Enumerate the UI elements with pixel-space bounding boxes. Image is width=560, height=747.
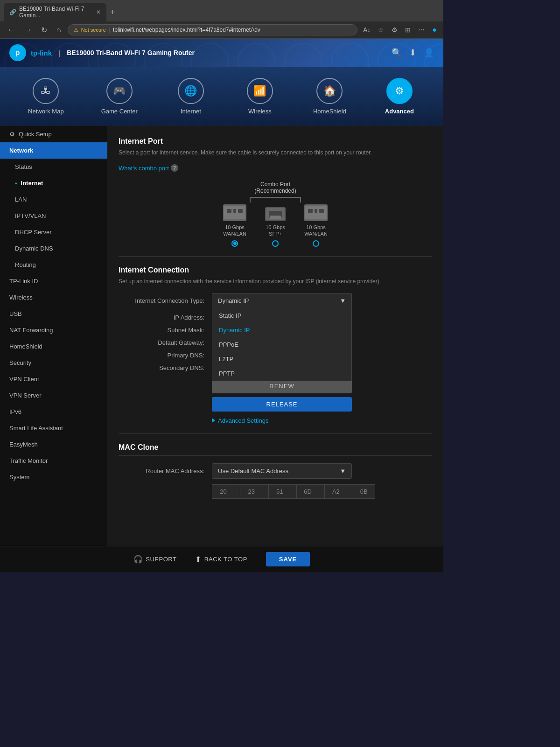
download-button[interactable]: ⬇ [409,48,416,58]
ip-address-label: IP Address: [119,314,212,321]
split-view-button[interactable]: ⊞ [403,25,413,35]
svg-rect-1 [227,209,231,213]
sidebar-item-lan[interactable]: LAN [0,191,107,208]
sidebar-label-usb: USB [9,310,22,317]
mac-field-3[interactable] [268,484,291,499]
nav-network-map[interactable]: 🖧 Network Map [21,74,71,119]
search-button[interactable]: 🔍 [392,48,402,58]
sidebar-item-dynamic-dns[interactable]: Dynamic DNS [0,240,107,257]
port-wan-lan-2-radio[interactable] [313,240,319,247]
active-dot-icon: • [15,180,17,187]
sidebar-item-iptv[interactable]: IPTV/VLAN [0,208,107,224]
tab-close-button[interactable]: ✕ [96,9,101,15]
sidebar-item-usb[interactable]: USB [0,306,107,322]
extensions-button[interactable]: ⚙ [390,25,399,35]
svg-rect-3 [238,209,243,213]
mac-sep-4: - [319,484,324,499]
mac-field-6[interactable] [353,484,375,499]
reader-mode-button[interactable]: A↕ [361,25,372,35]
more-tools-button[interactable]: ⋯ [416,25,427,35]
ports-row: 10 Gbps WAN/LAN 10 Gbps SFP+ [223,204,328,247]
user-button[interactable]: 👤 [424,48,434,58]
nav-homeshield[interactable]: 🏠 HomeShield [306,74,354,119]
sidebar-item-easymesh[interactable]: EasyMesh [0,436,107,453]
section-divider-1 [119,256,432,257]
save-button[interactable]: SAVE [266,552,310,566]
sidebar-label-routing: Routing [15,261,36,268]
combo-port-link[interactable]: What's combo port ? [119,164,432,172]
nav-homeshield-label: HomeShield [313,108,346,115]
profile-button[interactable]: ● [430,25,439,35]
sidebar-item-wireless[interactable]: Wireless [0,289,107,306]
sidebar-item-network[interactable]: Network [0,142,107,159]
port-wan-lan-1[interactable]: 10 Gbps WAN/LAN [223,204,246,247]
browser-tabs: 🔗 BE19000 Tri-Band Wi-Fi 7 Gamin... ✕ + [0,0,443,21]
nav-advanced[interactable]: ⚙ Advanced [376,74,423,119]
router-mac-dropdown[interactable]: Use Default MAC Address ▼ [212,463,352,479]
mac-field-4[interactable] [296,484,319,499]
support-button[interactable]: 🎧 SUPPORT [133,555,177,564]
nav-wireless[interactable]: 📶 Wireless [237,74,283,119]
sidebar-item-vpn-server[interactable]: VPN Server [0,387,107,404]
sidebar-item-vpn-client[interactable]: VPN Client [0,371,107,387]
bookmark-button[interactable]: ☆ [376,25,386,35]
sidebar-item-quick-setup[interactable]: ⚙ Quick Setup [0,126,107,142]
help-icon: ? [171,164,178,172]
sidebar-item-internet[interactable]: • Internet [0,175,107,191]
dropdown-option-static-ip[interactable]: Static IP [212,308,351,323]
sidebar-item-homeshield[interactable]: HomeShield [0,338,107,355]
nav-network-map-icon: 🖧 [33,78,59,104]
mac-field-2[interactable] [240,484,262,499]
sidebar-label-security: Security [9,359,31,366]
router-mac-dropdown-button[interactable]: Use Default MAC Address ▼ [212,463,352,479]
sidebar-item-dhcp[interactable]: DHCP Server [0,224,107,240]
dropdown-option-dynamic-ip[interactable]: Dynamic IP [212,323,351,337]
port-wan-lan-1-radio[interactable] [231,240,238,247]
address-bar[interactable]: ⚠ Not secure | tplinkwifi.net/webpages/i… [68,24,357,35]
footer: 🎧 SUPPORT ⬆ BACK TO TOP SAVE [0,546,443,572]
combo-port-link-text: What's combo port [119,165,169,172]
home-button[interactable]: ⌂ [54,25,64,35]
dropdown-option-l2tp[interactable]: L2TP [212,352,351,366]
mac-field-5[interactable] [324,484,347,499]
sidebar-label-easymesh: EasyMesh [9,441,38,448]
mac-field-1[interactable] [212,484,234,499]
sidebar-item-tp-link-id[interactable]: TP-Link ID [0,273,107,289]
dropdown-option-pptp[interactable]: PPTP [212,366,351,381]
sidebar-item-smart-life[interactable]: Smart Life Assistant [0,420,107,436]
forward-button[interactable]: → [21,25,35,35]
reload-button[interactable]: ↻ [38,25,50,35]
connection-type-value: Dynamic IP [218,297,249,304]
browser-tools: A↕ ☆ ⚙ ⊞ ⋯ ● [361,25,439,35]
nav-homeshield-icon: 🏠 [316,78,343,104]
advanced-settings-link[interactable]: Advanced Settings [212,417,432,424]
app-logo: p tp-link | BE19000 Tri-Band Wi-Fi 7 Gam… [9,44,195,61]
back-to-top-button[interactable]: ⬆ BACK TO TOP [195,555,247,564]
svg-rect-5 [269,211,282,217]
sidebar-item-security[interactable]: Security [0,355,107,371]
sidebar-item-nat[interactable]: NAT Forwarding [0,322,107,338]
nav-internet[interactable]: 🌐 Internet [168,74,214,119]
port-wan-lan-2[interactable]: 10 Gbps WAN/LAN [304,204,328,247]
nav-game-center[interactable]: 🎮 Game Center [94,74,145,119]
port-wan-lan-1-label: 10 Gbps WAN/LAN [223,224,246,237]
active-tab[interactable]: 🔗 BE19000 Tri-Band Wi-Fi 7 Gamin... ✕ [4,3,106,21]
sidebar-item-routing[interactable]: Routing [0,257,107,273]
sidebar-item-system[interactable]: System [0,469,107,485]
sidebar-item-status[interactable]: Status [0,159,107,175]
port-sfp-radio[interactable] [272,240,279,247]
sidebar-label-wireless: Wireless [9,294,33,301]
browser-chrome: 🔗 BE19000 Tri-Band Wi-Fi 7 Gamin... ✕ + … [0,0,443,39]
dropdown-option-pppoe[interactable]: PPPoE [212,337,351,352]
port-selector: Combo Port (Recommended) 10 Gbps [119,181,432,247]
sidebar-item-traffic-monitor[interactable]: Traffic Monitor [0,453,107,469]
sidebar-item-ipv6[interactable]: IPv6 [0,404,107,420]
new-tab-button[interactable]: + [106,7,119,17]
svg-rect-2 [233,209,236,213]
logo-divider: | [58,49,60,57]
connection-type-dropdown[interactable]: Dynamic IP ▼ Static IP Dynamic IP PPPoE … [212,293,352,308]
connection-type-dropdown-button[interactable]: Dynamic IP ▼ [212,293,352,308]
back-button[interactable]: ← [5,25,18,35]
release-button[interactable]: RELEASE [212,397,352,412]
port-sfp[interactable]: 10 Gbps SFP+ [265,207,286,247]
